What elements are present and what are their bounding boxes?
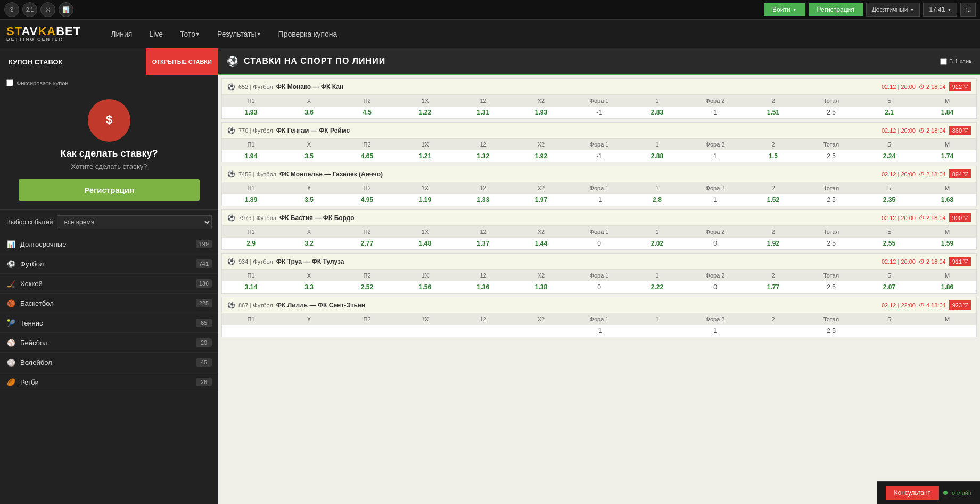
sport-item[interactable]: 🎾 Теннис 65 bbox=[0, 313, 218, 333]
col-m: М bbox=[918, 315, 976, 323]
odd-x[interactable]: 3.5 bbox=[280, 152, 338, 160]
match-header: ⚽ 7973 | Футбол ФК Бастия — ФК Бордо 02.… bbox=[222, 210, 976, 226]
odd-x[interactable]: 3.3 bbox=[280, 283, 338, 291]
sport-item[interactable]: ⚾ Бейсбол 20 bbox=[0, 333, 218, 353]
fork-icon[interactable]: ⚔ bbox=[40, 2, 55, 17]
coupon-svg: $ bbox=[96, 108, 122, 133]
sport-item[interactable]: ⚽ Футбол 741 bbox=[0, 254, 218, 274]
stats-icon[interactable]: 📊 bbox=[59, 2, 73, 17]
logo[interactable]: STAVKABET BETTING CENTER bbox=[6, 26, 81, 42]
sidebar-register-button[interactable]: Регистрация bbox=[19, 179, 200, 201]
odd-x[interactable] bbox=[280, 327, 338, 335]
odd-f2[interactable]: 1.51 bbox=[744, 109, 802, 116]
odd-f2[interactable]: 1.77 bbox=[744, 283, 802, 291]
odd-p1[interactable]: 1.89 bbox=[222, 196, 280, 204]
odd-m[interactable]: 1.68 bbox=[918, 196, 976, 204]
match-time: 02.12 | 20:00 bbox=[882, 84, 916, 90]
odd-1x[interactable]: 1.21 bbox=[396, 152, 454, 160]
odd-1x[interactable]: 1.56 bbox=[396, 283, 454, 291]
odd-f1[interactable]: 2.83 bbox=[628, 109, 686, 116]
coupon-body: $ Как сделать ставку? Хотите сделать ста… bbox=[0, 91, 218, 209]
sport-item[interactable]: 🏐 Волейбол 45 bbox=[0, 353, 218, 372]
odd-m[interactable]: 1.84 bbox=[918, 109, 976, 116]
odd-b[interactable] bbox=[860, 327, 918, 335]
odd-p1[interactable]: 1.93 bbox=[222, 109, 280, 116]
odd-b[interactable]: 2.1 bbox=[860, 109, 918, 116]
odd-1x[interactable]: 1.22 bbox=[396, 109, 454, 116]
odd-f1[interactable]: 2.02 bbox=[628, 240, 686, 247]
odd-x2[interactable]: 1.93 bbox=[512, 109, 570, 116]
odd-p1[interactable]: 3.14 bbox=[222, 283, 280, 291]
odd-p1[interactable]: 2.9 bbox=[222, 240, 280, 247]
match-num: 923 ▽ bbox=[949, 300, 971, 310]
odd-12[interactable] bbox=[454, 327, 512, 335]
odd-f1[interactable]: 2.8 bbox=[628, 196, 686, 204]
in-coupon-checkbox[interactable] bbox=[940, 58, 947, 65]
odd-1x[interactable] bbox=[396, 327, 454, 335]
nav-liniya[interactable]: Линия bbox=[102, 20, 141, 48]
event-time-select[interactable]: все время bbox=[57, 215, 212, 229]
odd-12[interactable]: 1.37 bbox=[454, 240, 512, 247]
dollar-icon[interactable]: $ bbox=[4, 2, 19, 17]
odd-12[interactable]: 1.32 bbox=[454, 152, 512, 160]
odd-f2[interactable]: 1.52 bbox=[744, 196, 802, 204]
odd-f2[interactable] bbox=[744, 327, 802, 335]
odd-b[interactable]: 2.07 bbox=[860, 283, 918, 291]
sport-item[interactable]: 📊 Долгосрочные 199 bbox=[0, 234, 218, 254]
decimal-button[interactable]: Десятичный ▼ bbox=[866, 3, 920, 17]
odd-b[interactable]: 2.24 bbox=[860, 152, 918, 160]
odd-f1[interactable]: 2.88 bbox=[628, 152, 686, 160]
nav-coupon-check[interactable]: Проверка купона bbox=[270, 20, 346, 48]
odd-x2[interactable]: 1.92 bbox=[512, 152, 570, 160]
odd-m[interactable] bbox=[918, 327, 976, 335]
sport-item[interactable]: 🏒 Хоккей 136 bbox=[0, 274, 218, 294]
lang-selector[interactable]: ru bbox=[960, 3, 976, 17]
odd-p2[interactable]: 2.77 bbox=[338, 240, 396, 247]
sidebar: КУПОН СТАВОК ОТКРЫТЫЕ СТАВКИ Фиксировать… bbox=[0, 48, 218, 504]
odd-x[interactable]: 3.2 bbox=[280, 240, 338, 247]
odd-12[interactable]: 1.33 bbox=[454, 196, 512, 204]
odd-b[interactable]: 2.55 bbox=[860, 240, 918, 247]
in-coupon-checkbox-label[interactable]: В 1 клик bbox=[940, 58, 971, 65]
sport-item[interactable]: 🏀 Баскетбол 225 bbox=[0, 294, 218, 313]
consultant-button[interactable]: Консультант bbox=[886, 486, 940, 500]
odd-f2[interactable]: 1.92 bbox=[744, 240, 802, 247]
odd-f1[interactable] bbox=[628, 327, 686, 335]
odd-x2[interactable] bbox=[512, 327, 570, 335]
odd-p2[interactable] bbox=[338, 327, 396, 335]
sport-item[interactable]: 🏉 Регби 26 bbox=[0, 372, 218, 392]
ratio-icon[interactable]: 2:1 bbox=[22, 2, 37, 17]
odd-m[interactable]: 1.59 bbox=[918, 240, 976, 247]
col-p2: П2 bbox=[338, 315, 396, 323]
odd-x2[interactable]: 1.38 bbox=[512, 283, 570, 291]
odd-p1[interactable]: 1.94 bbox=[222, 152, 280, 160]
fix-coupon-checkbox[interactable] bbox=[6, 79, 13, 86]
odd-x2[interactable]: 1.97 bbox=[512, 196, 570, 204]
match-time: 02.12 | 20:00 bbox=[882, 127, 916, 134]
nav-results[interactable]: Результаты bbox=[209, 20, 270, 48]
odd-12[interactable]: 1.31 bbox=[454, 109, 512, 116]
odd-b[interactable]: 2.35 bbox=[860, 196, 918, 204]
sport-count: 225 bbox=[196, 299, 212, 307]
open-bets-button[interactable]: ОТКРЫТЫЕ СТАВКИ bbox=[146, 48, 218, 75]
odd-p1[interactable] bbox=[222, 327, 280, 335]
nav-toto[interactable]: Тото bbox=[171, 20, 209, 48]
odd-1x[interactable]: 1.19 bbox=[396, 196, 454, 204]
odd-p2[interactable]: 4.65 bbox=[338, 152, 396, 160]
odd-f2[interactable]: 1.5 bbox=[744, 152, 802, 160]
odd-p2[interactable]: 4.5 bbox=[338, 109, 396, 116]
odd-x[interactable]: 3.5 bbox=[280, 196, 338, 204]
odd-1x[interactable]: 1.48 bbox=[396, 240, 454, 247]
odd-p2[interactable]: 2.52 bbox=[338, 283, 396, 291]
odd-12[interactable]: 1.36 bbox=[454, 283, 512, 291]
fora1-val: 0 bbox=[570, 283, 628, 291]
odd-f1[interactable]: 2.22 bbox=[628, 283, 686, 291]
odd-m[interactable]: 1.74 bbox=[918, 152, 976, 160]
register-button[interactable]: Регистрация bbox=[809, 3, 863, 16]
login-button[interactable]: Войти ▼ bbox=[764, 3, 805, 16]
odd-x[interactable]: 3.6 bbox=[280, 109, 338, 116]
odd-x2[interactable]: 1.44 bbox=[512, 240, 570, 247]
odd-m[interactable]: 1.86 bbox=[918, 283, 976, 291]
odd-p2[interactable]: 4.95 bbox=[338, 196, 396, 204]
nav-live[interactable]: Live bbox=[141, 20, 171, 48]
